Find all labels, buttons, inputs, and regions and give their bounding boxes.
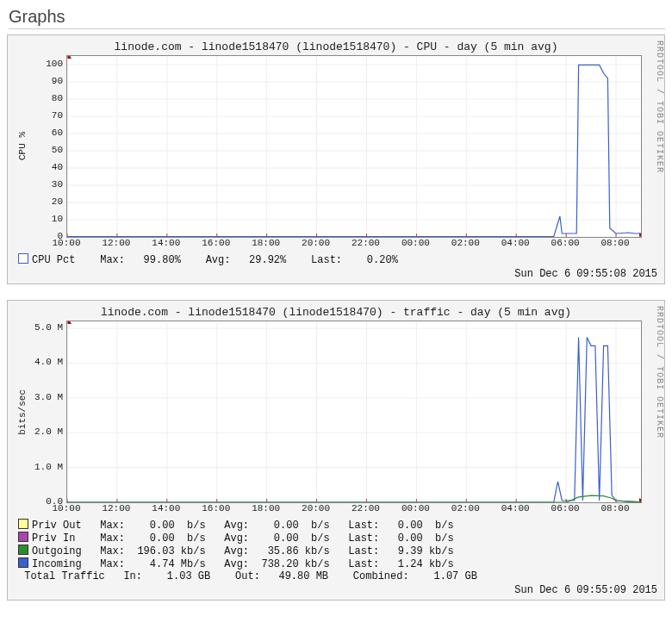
traffic-graph-card: RRDTOOL / TOBI OETIKER linode.com - lino… — [7, 300, 665, 601]
traffic-plot-area — [66, 321, 642, 503]
traffic-legend: Priv Out Max: 0.00 b/s Avg: 0.00 b/s Las… — [18, 519, 657, 582]
cpu-ylabel: CPU % — [15, 55, 30, 238]
traffic-chart-title: linode.com - linode1518470 (linode151847… — [15, 306, 657, 319]
cpu-plot-area — [66, 55, 642, 238]
cpu-legend: CPU Pct Max: 99.80% Avg: 29.92% Last: 0.… — [18, 253, 657, 266]
traffic-y-axis: 0.01.0 M2.0 M3.0 M4.0 M5.0 M — [30, 321, 66, 501]
cpu-x-axis: 10:0012:0014:0016:0018:0020:0022:0000:00… — [66, 238, 640, 250]
rrdtool-credit: RRDTOOL / TOBI OETIKER — [652, 306, 664, 595]
cpu-chart-title: linode.com - linode1518470 (linode151847… — [15, 40, 657, 53]
traffic-ylabel: bits/sec — [15, 321, 30, 503]
page-title: Graphs — [9, 7, 665, 29]
cpu-graph-card: RRDTOOL / TOBI OETIKER linode.com - lino… — [7, 34, 665, 284]
rrdtool-credit: RRDTOOL / TOBI OETIKER — [652, 40, 664, 278]
traffic-x-axis: 10:0012:0014:0016:0018:0020:0022:0000:00… — [66, 503, 640, 515]
traffic-timestamp: Sun Dec 6 09:55:09 2015 — [15, 584, 657, 596]
cpu-timestamp: Sun Dec 6 09:55:08 2015 — [15, 268, 657, 280]
cpu-y-axis: 0102030405060708090100 — [30, 55, 66, 236]
